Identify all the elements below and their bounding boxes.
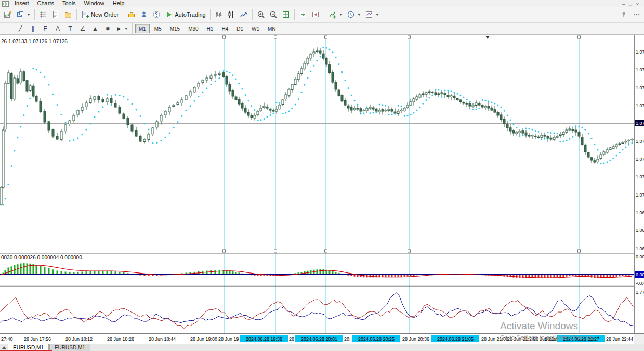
text-tool[interactable]: A	[51, 23, 64, 34]
equidistant-channel-tool-icon: ∥	[31, 25, 34, 32]
timeframe-m1[interactable]: M1	[135, 24, 150, 33]
toolbar-separator	[252, 9, 253, 20]
menu-bar: InsertChartsToolsWindowHelp – □ ×	[0, 0, 644, 7]
timeframe-m5[interactable]: M5	[151, 24, 165, 33]
chart-app-icon	[2, 1, 9, 7]
timeframe-mn[interactable]: MN	[264, 24, 280, 33]
arrows-tool[interactable]: ►	[114, 23, 130, 34]
line-chart-icon	[240, 10, 248, 19]
vline-time-badge: 2024.06.28 20:01	[295, 335, 343, 342]
horizontal-line-tool[interactable]: ─	[2, 23, 14, 34]
restore-icon[interactable]: □	[629, 2, 632, 7]
toolbar-separator	[324, 9, 324, 20]
current-price-box: 1.07	[635, 120, 644, 126]
angle-tool-icon: ∠	[80, 25, 86, 32]
market-watch-button[interactable]	[37, 9, 49, 20]
toolbar-separator	[76, 9, 77, 20]
time-label: 28 Jun 21:08	[481, 336, 508, 342]
timeframe-w1[interactable]: W1	[248, 24, 263, 33]
templates-button[interactable]	[363, 9, 381, 20]
vline-time-badge: 2024.06.28 20:25	[352, 335, 400, 342]
navigator-button[interactable]	[62, 9, 74, 20]
toolbar-more-button[interactable]	[630, 9, 642, 20]
trendline-tool[interactable]: ╱	[14, 23, 27, 34]
timeframe-h1[interactable]: H1	[203, 24, 217, 33]
price-label: 1.06	[636, 210, 644, 215]
indicators-button[interactable]	[326, 9, 345, 20]
price-label: 1.07	[636, 192, 644, 198]
candlestick-chart-button[interactable]	[225, 9, 238, 20]
new-order-button-label: New Order	[91, 11, 119, 18]
tile-windows-button[interactable]	[280, 9, 292, 20]
macd-readout: 0030 0.000026 0.000004 0.000000	[1, 255, 82, 261]
new-order-button[interactable]: New Order	[79, 9, 121, 20]
data-window-button[interactable]	[49, 9, 62, 20]
angle-tool[interactable]: ∠	[76, 23, 89, 34]
terminal-button[interactable]	[125, 9, 138, 20]
chart-shift-button[interactable]	[309, 9, 322, 20]
vline-time-badge: 2024.06.28 19:36	[240, 335, 288, 342]
toolbar-separator	[34, 9, 35, 20]
periods-button-dropdown-icon	[358, 14, 361, 16]
profiles-button[interactable]	[14, 9, 32, 20]
zoom-out-icon	[269, 10, 278, 19]
new-chart-button[interactable]	[2, 9, 14, 20]
expert-advisors-button[interactable]	[138, 9, 150, 20]
timeframe-m15[interactable]: M15	[166, 24, 183, 33]
trendline-tool-icon: ╱	[18, 25, 22, 32]
terminal-icon	[127, 10, 136, 19]
candles-icon	[227, 10, 235, 19]
menu-items: InsertChartsToolsWindowHelp	[10, 0, 128, 7]
toolbar-line-studies: ─╱∥FAT∠▲■►M1M5M15M30H1H4D1W1MN	[0, 23, 644, 35]
templates-icon	[365, 10, 373, 19]
triangle-tool[interactable]: ▲	[89, 23, 101, 34]
price-scale[interactable]: 1.071.071.071.071.071.071.071.071.061.06…	[634, 35, 644, 333]
text-label-tool[interactable]: T	[64, 23, 76, 34]
price-label: 1.07	[636, 157, 644, 162]
arrows-tool-dropdown-icon	[125, 28, 128, 30]
menu-insert[interactable]: Insert	[10, 0, 33, 7]
text-label-tool-icon: T	[68, 25, 72, 32]
minimize-icon[interactable]: –	[622, 2, 625, 7]
line-chart-button[interactable]	[238, 9, 250, 20]
auto-scroll-button[interactable]	[297, 9, 309, 20]
macd-value-box: 0.00	[635, 271, 644, 278]
timeframe-m30[interactable]: M30	[185, 24, 202, 33]
indicators-icon	[328, 10, 337, 19]
more-icon	[632, 10, 640, 19]
time-axis[interactable]: 27:4028 Jun 17:5628 Jun 18:1228 Jun 18:2…	[0, 333, 634, 344]
rectangle-tool-icon: ■	[106, 25, 109, 32]
ohlc-readout: 26 1.07133 1.07126 1.07126	[1, 38, 68, 44]
help-button[interactable]	[150, 9, 163, 20]
zoom-out-button[interactable]	[267, 9, 280, 20]
help-icon	[152, 10, 161, 19]
menu-help[interactable]: Help	[109, 0, 129, 7]
timeframe-d1[interactable]: D1	[233, 24, 247, 33]
chart-canvas[interactable]	[0, 0, 644, 351]
arrows-tool-icon: ►	[116, 25, 122, 32]
templates-button-dropdown-icon	[376, 14, 379, 16]
rectangle-tool[interactable]: ■	[101, 23, 114, 34]
toolbar-separator	[132, 23, 133, 34]
indicators-button-dropdown-icon	[339, 14, 343, 16]
time-label: 28 Jun 21:24	[507, 336, 534, 342]
close-icon[interactable]: ×	[636, 2, 639, 7]
vline-time-badge: 2024.06.28 21:05	[431, 335, 479, 342]
zoom-in-button[interactable]	[255, 9, 267, 20]
autotrading-button[interactable]: AutoTrading	[163, 9, 208, 20]
profiles-button-dropdown-icon	[27, 14, 30, 16]
menu-window[interactable]: Window	[80, 0, 109, 7]
fibonacci-tool[interactable]: F	[39, 23, 51, 34]
window-controls: – □ ×	[622, 2, 642, 7]
equidistant-channel-tool[interactable]: ∥	[27, 23, 39, 34]
time-label: 28 Jun 17:56	[24, 336, 51, 342]
chart-tab[interactable]: EURUSD,M1	[49, 344, 90, 351]
periods-button[interactable]	[345, 9, 363, 20]
menu-charts[interactable]: Charts	[33, 0, 58, 7]
pin-toolbar-button[interactable]	[617, 9, 630, 20]
time-label: 28 Jun 18:28	[107, 336, 134, 342]
menu-tools[interactable]: Tools	[58, 0, 80, 7]
axis-corner	[634, 333, 644, 344]
timeframe-h4[interactable]: H4	[218, 24, 232, 33]
bar-chart-button[interactable]	[213, 9, 225, 20]
